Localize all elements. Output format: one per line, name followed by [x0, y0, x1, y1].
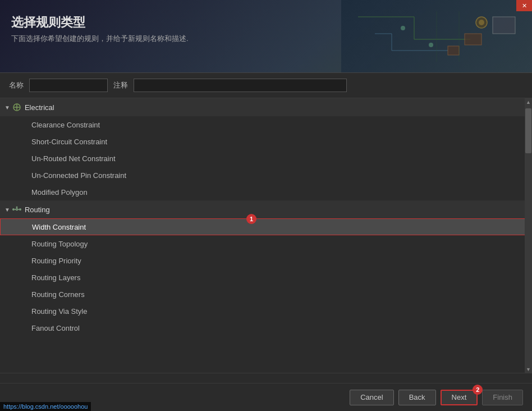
svg-point-13 — [401, 26, 405, 30]
scroll-down-arrow[interactable]: ▼ — [525, 366, 532, 373]
svg-point-23 — [16, 207, 17, 208]
badge-1: 1 — [246, 214, 256, 224]
svg-rect-7 — [465, 34, 481, 45]
tree-area: ▼ Electrical Clearance Constraint Short-… — [0, 98, 532, 373]
badge-2: 2 — [473, 385, 483, 395]
tree-item-modified-polygon[interactable]: Modified Polygon — [0, 184, 532, 200]
tree-item-routing-corners[interactable]: Routing Corners — [0, 286, 532, 303]
name-input[interactable] — [29, 79, 108, 92]
next-button[interactable]: Next — [441, 390, 478, 405]
close-button[interactable]: ✕ — [516, 0, 532, 11]
routing-expand-arrow: ▼ — [4, 207, 10, 213]
banner-title: 选择规则类型 — [11, 14, 85, 31]
routing-label: Routing — [25, 206, 50, 214]
electrical-label: Electrical — [25, 103, 54, 112]
category-electrical[interactable]: ▼ Electrical — [0, 98, 532, 116]
electrical-icon — [12, 103, 21, 112]
scrollbar[interactable]: ▲ ▼ — [525, 98, 532, 373]
tree-item-routing-priority[interactable]: Routing Priority — [0, 252, 532, 269]
note-label: 注释 — [113, 80, 128, 90]
fields-row: 名称 注释 — [0, 73, 532, 98]
tree-item-width-constraint[interactable]: Width Constraint 1 — [0, 218, 532, 235]
tree-item-clearance[interactable]: Clearance Constraint — [0, 116, 532, 133]
next-button-wrapper: Next 2 — [441, 390, 478, 405]
scroll-track — [525, 106, 532, 366]
svg-point-22 — [19, 208, 21, 211]
top-banner: ✕ 选择规则类型 下面选择你希望创建的规则，并给予新规则名称和描述. — [0, 0, 532, 73]
pcb-decoration — [347, 6, 526, 67]
scroll-thumb[interactable] — [525, 108, 531, 153]
svg-point-20 — [16, 209, 17, 211]
name-label: 名称 — [9, 80, 24, 90]
svg-point-9 — [479, 20, 484, 25]
url-tooltip: https://blog.csdn.net/ooooohou — [0, 402, 91, 411]
tree-item-routing-topology[interactable]: Routing Topology — [0, 235, 532, 252]
tree-item-routing-via-style[interactable]: Routing Via Style — [0, 303, 532, 319]
svg-rect-12 — [493, 17, 515, 34]
tree-item-fanout-control[interactable]: Fanout Control — [0, 319, 532, 336]
cancel-button[interactable]: Cancel — [350, 390, 393, 405]
svg-rect-6 — [448, 46, 459, 55]
category-routing[interactable]: ▼ Routing — [0, 200, 532, 218]
svg-point-14 — [429, 43, 433, 47]
electrical-expand-arrow: ▼ — [4, 104, 10, 111]
banner-subtitle: 下面选择你希望创建的规则，并给予新规则名称和描述. — [11, 34, 189, 44]
tree-item-short-circuit[interactable]: Short-Circuit Constraint — [0, 133, 532, 150]
tree-item-unconnected-pin[interactable]: Un-Connected Pin Constraint — [0, 167, 532, 184]
scroll-up-arrow[interactable]: ▲ — [525, 98, 532, 106]
tree-item-routing-layers[interactable]: Routing Layers — [0, 269, 532, 286]
back-button[interactable]: Back — [398, 390, 436, 405]
tree-item-unrouted-net[interactable]: Un-Routed Net Constraint — [0, 150, 532, 167]
routing-icon — [12, 205, 21, 214]
note-input[interactable] — [134, 79, 347, 92]
pcb-background — [341, 0, 532, 73]
svg-point-18 — [12, 208, 15, 211]
finish-button[interactable]: Finish — [482, 390, 523, 405]
